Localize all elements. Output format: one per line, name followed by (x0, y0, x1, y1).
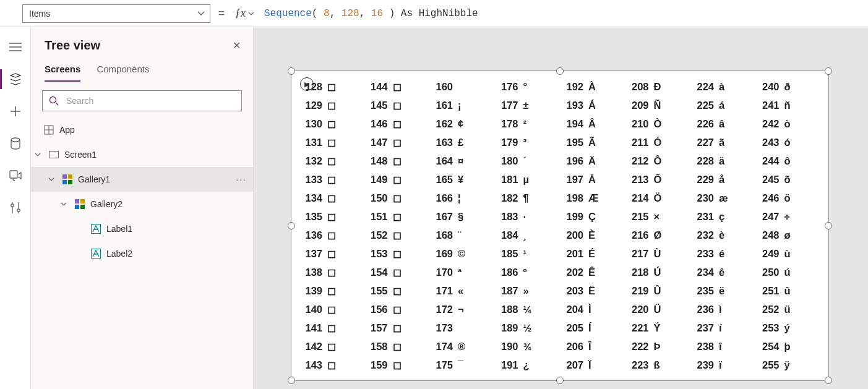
ascii-char: ú (784, 267, 799, 278)
ascii-char: õ (784, 174, 799, 186)
chevron-down-icon[interactable] (48, 176, 61, 182)
ascii-row: 136◻ (303, 226, 368, 244)
ascii-row: 180´ (499, 152, 564, 170)
hamburger-icon[interactable] (8, 40, 23, 54)
ascii-char: ê (719, 267, 734, 278)
equals-label: = (210, 7, 233, 20)
ascii-char: â (719, 118, 734, 130)
left-rail (0, 27, 31, 389)
ascii-code: 225 (694, 100, 719, 111)
gallery1-control[interactable]: ▶ 128◻129◻130◻131◻132◻133◻134◻135◻136◻13… (291, 71, 829, 381)
ascii-char: å (719, 174, 734, 186)
insert-icon[interactable] (8, 104, 23, 119)
ascii-row: 211Ó (629, 133, 695, 152)
ascii-code: 229 (694, 174, 719, 186)
ascii-row: 239ï (694, 356, 760, 374)
ascii-code: 247 (760, 211, 784, 223)
ascii-char: ë (719, 285, 734, 297)
ascii-char: ◻ (327, 100, 342, 111)
ascii-char: Å (588, 174, 603, 186)
ascii-row: 243ó (760, 133, 825, 152)
ascii-char: ◻ (327, 248, 342, 260)
data-icon[interactable] (8, 136, 23, 151)
resize-handle[interactable] (288, 377, 295, 384)
resize-handle[interactable] (556, 377, 564, 384)
tree-node-screen1[interactable]: Screen1 (31, 142, 253, 167)
tree-search-input[interactable] (65, 95, 235, 106)
ascii-char: ◻ (393, 81, 408, 93)
tree-search[interactable] (42, 90, 242, 111)
ascii-char: ò (784, 118, 799, 130)
ascii-code: 134 (303, 192, 327, 204)
close-icon[interactable]: ✕ (233, 40, 241, 51)
ascii-code: 180 (499, 155, 523, 167)
ascii-code: 205 (564, 322, 588, 334)
resize-handle[interactable] (288, 67, 295, 75)
ascii-row: 188¼ (499, 300, 564, 318)
ascii-code: 246 (760, 192, 784, 204)
ascii-code: 233 (694, 248, 719, 260)
resize-handle[interactable] (825, 377, 832, 384)
ascii-row: 242ò (760, 114, 825, 133)
ascii-code: 199 (564, 211, 588, 223)
media-icon[interactable] (8, 168, 23, 183)
label-icon (90, 223, 101, 234)
resize-handle[interactable] (825, 222, 832, 229)
ascii-row: 174® (433, 337, 499, 356)
ascii-code: 206 (564, 341, 588, 353)
ascii-code: 219 (629, 285, 654, 297)
property-dropdown[interactable]: Items (22, 4, 210, 23)
ascii-code: 140 (303, 304, 327, 315)
ascii-code: 137 (303, 248, 327, 260)
ascii-row: 193Á (564, 96, 629, 114)
tree-node-app[interactable]: App (31, 118, 253, 142)
ascii-code: 160 (433, 81, 458, 93)
ascii-code: 223 (629, 359, 654, 371)
tab-screens[interactable]: Screens (45, 64, 80, 82)
ascii-row: 250ú (760, 263, 825, 281)
ascii-row: 226â (694, 114, 760, 133)
svg-rect-11 (80, 199, 85, 203)
ascii-code: 214 (629, 192, 654, 204)
ascii-row: 135◻ (303, 207, 368, 226)
ascii-char: Æ (588, 192, 603, 204)
chevron-down-icon[interactable] (61, 201, 73, 207)
ascii-char: ´ (523, 155, 538, 167)
ascii-row: 192À (564, 77, 629, 96)
canvas[interactable]: ▶ 128◻129◻130◻131◻132◻133◻134◻135◻136◻13… (254, 27, 868, 389)
ascii-row: 227ã (694, 133, 760, 152)
ascii-code: 177 (499, 100, 523, 111)
formula-input[interactable]: Sequence( 8, 128, 16 ) As HighNibble (258, 0, 868, 27)
ascii-row: 128◻ (303, 77, 368, 96)
tree-tabs: Screens Components (31, 55, 253, 82)
ascii-code: 138 (303, 267, 327, 278)
tree-node-gallery1[interactable]: Gallery1 ··· (31, 167, 253, 192)
tree-node-label: Label2 (106, 249, 132, 259)
ascii-char: £ (458, 137, 473, 148)
ascii-code: 200 (564, 229, 588, 241)
tab-components[interactable]: Components (97, 64, 149, 82)
tree-view-icon[interactable] (8, 72, 23, 87)
ascii-code: 242 (760, 118, 784, 130)
ascii-code: 183 (499, 211, 523, 223)
ascii-row: 181µ (499, 170, 564, 189)
ascii-row: 229å (694, 170, 760, 189)
ascii-char: ÿ (784, 359, 799, 371)
ascii-code: 145 (368, 100, 393, 111)
fx-button[interactable]: ƒx (233, 7, 258, 20)
more-icon[interactable]: ··· (236, 174, 247, 184)
resize-handle[interactable] (288, 222, 295, 229)
ascii-char: Ø (654, 229, 669, 241)
resize-handle[interactable] (825, 67, 832, 75)
settings-icon[interactable] (8, 200, 23, 215)
ascii-char: Ü (654, 304, 669, 315)
ascii-char: Ê (588, 267, 603, 278)
resize-handle[interactable] (556, 67, 564, 75)
ascii-code: 182 (499, 192, 523, 204)
tree-node-label1[interactable]: Label1 (31, 216, 253, 241)
tree-node-label2[interactable]: Label2 (31, 241, 253, 266)
chevron-down-icon[interactable] (35, 152, 47, 158)
ascii-code: 154 (368, 267, 393, 278)
tree-node-gallery2[interactable]: Gallery2 (31, 192, 253, 216)
ascii-code: 169 (433, 248, 458, 260)
